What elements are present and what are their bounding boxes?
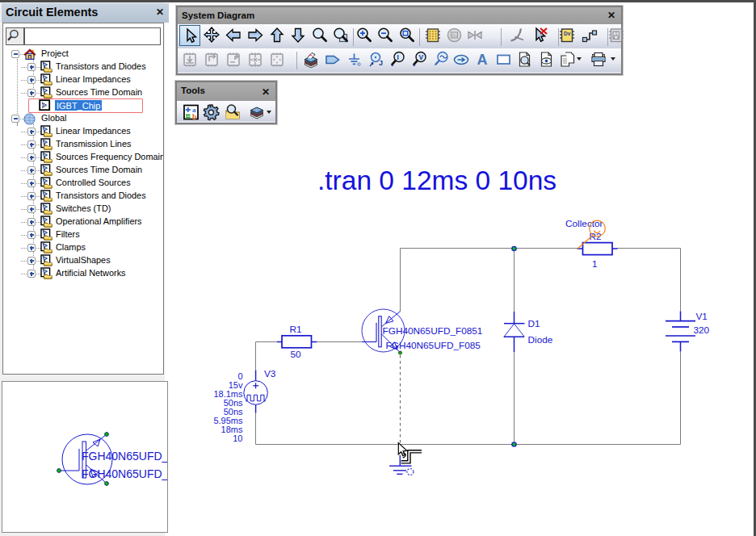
svg-text:I: I: [397, 53, 399, 61]
svg-text:Collector: Collector: [565, 218, 603, 229]
svg-text:FGH40N65UFD_F0851: FGH40N65UFD_F0851: [82, 450, 167, 463]
svg-text:J: J: [379, 59, 383, 67]
svg-text:b: b: [192, 113, 196, 121]
svg-text:Dv: Dv: [452, 33, 458, 38]
svg-text:320: 320: [694, 325, 710, 336]
svg-text:V1: V1: [696, 311, 708, 322]
svg-text:.tran 0 12ms 0 10ns: .tran 0 12ms 0 10ns: [317, 165, 556, 195]
svg-text:FGH40N65UFD_F085: FGH40N65UFD_F085: [386, 340, 481, 351]
svg-text:50: 50: [291, 349, 302, 360]
svg-text:10: 10: [233, 433, 242, 443]
svg-text:FGH40N65UFD_F085: FGH40N65UFD_F085: [82, 467, 167, 480]
svg-text:Dv: Dv: [564, 31, 571, 36]
svg-text:1: 1: [592, 258, 598, 270]
svg-text:V: V: [419, 53, 424, 61]
svg-text:Diode: Diode: [528, 334, 553, 345]
svg-text:V3: V3: [264, 368, 276, 379]
svg-text:FGH40N65UFD_F0851: FGH40N65UFD_F0851: [383, 325, 483, 337]
svg-text:R1: R1: [290, 324, 302, 335]
svg-text:A: A: [477, 52, 488, 68]
svg-text:D1: D1: [528, 318, 540, 329]
